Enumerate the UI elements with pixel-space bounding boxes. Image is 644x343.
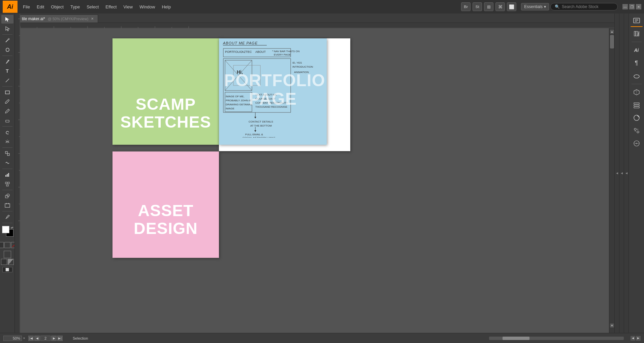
essentials-dropdown[interactable]: Essentials ▾ — [521, 3, 549, 10]
workspace-btn[interactable]: ⊞ — [484, 2, 493, 11]
tab-info: @ 50% (CMYK/Preview) — [48, 17, 89, 21]
svg-text:ID, YES: ID, YES — [292, 61, 302, 64]
close-button[interactable]: ✕ — [636, 4, 641, 9]
proof-mode[interactable] — [8, 259, 14, 265]
first-page-btn[interactable]: |◀ — [28, 336, 34, 341]
panel-collapse-1[interactable]: ◀ — [614, 13, 619, 333]
line-tool[interactable] — [1, 76, 13, 85]
scamp-sketches-label: SCAMPSKETCHES — [112, 96, 219, 131]
device-btn[interactable]: ⬜ — [507, 2, 516, 11]
menu-object[interactable]: Object — [48, 3, 66, 11]
scroll-expand-btn[interactable]: ◀ — [631, 336, 635, 341]
right-panel-group: ◀ ◀ ◀ Ai ¶ — [614, 13, 644, 333]
pencil-tool[interactable] — [1, 107, 13, 115]
warp-tool[interactable] — [1, 159, 13, 167]
svg-rect-90 — [634, 103, 639, 104]
fill-square[interactable] — [0, 242, 4, 248]
eraser-tool[interactable] — [1, 116, 13, 125]
menu-effect[interactable]: Effect — [103, 3, 119, 11]
lasso-tool[interactable] — [1, 45, 13, 54]
hscroll-thumb[interactable] — [503, 337, 529, 340]
tab-close-btn[interactable]: ✕ — [91, 17, 94, 21]
canvas-viewport[interactable]: SCAMPSKETCHES ABOUT ME PAGE — [20, 28, 609, 333]
svg-point-87 — [634, 75, 639, 78]
asset-design-label: ASSETDESIGN — [112, 202, 219, 238]
feather-btn[interactable]: ⌘ — [495, 2, 505, 11]
tile-asset-design[interactable]: ASSETDESIGN — [112, 151, 219, 258]
selection-tool[interactable] — [1, 15, 13, 24]
minimize-button[interactable]: — — [622, 4, 628, 9]
maximize-button[interactable]: ❐ — [629, 4, 635, 9]
more-btn[interactable] — [631, 137, 643, 149]
menu-window[interactable]: Window — [137, 3, 158, 11]
menu-help[interactable]: Help — [159, 3, 173, 11]
stroke-square[interactable] — [4, 242, 10, 248]
foreground-color[interactable] — [2, 226, 9, 233]
panel-collapse-3[interactable]: ◀ — [624, 13, 629, 333]
svg-point-94 — [634, 128, 636, 130]
vertical-scrollbar[interactable]: ▼ ▲ — [609, 28, 614, 333]
reflect-tool[interactable] — [1, 137, 13, 146]
horizontal-scrollbar[interactable] — [489, 337, 624, 340]
symbols-btn[interactable] — [631, 125, 643, 137]
properties-panel-btn[interactable] — [631, 15, 643, 27]
svg-rect-15 — [6, 185, 8, 186]
magic-wand-tool[interactable] — [1, 36, 13, 45]
swatches-btn[interactable] — [631, 112, 643, 124]
panel-collapse-2[interactable]: ◀ — [619, 13, 624, 333]
libraries-panel-btn[interactable] — [631, 28, 643, 40]
svg-text:FULL EMAIL &: FULL EMAIL & — [245, 133, 263, 136]
bridge-btn[interactable]: Br — [461, 2, 471, 11]
none-square[interactable] — [11, 242, 15, 248]
svg-text:AZTEC: AZTEC — [242, 50, 252, 54]
graph-tool[interactable] — [1, 170, 13, 179]
screen-mode[interactable]: ⬜ — [2, 267, 12, 272]
zoom-control[interactable]: 50% ▾ — [3, 336, 25, 341]
page-nav-buttons: |◀ ◀ 2 ▶ ▶| — [28, 336, 63, 341]
menu-select[interactable]: Select — [84, 3, 101, 11]
scroll-down-btn[interactable]: ▼ — [610, 323, 614, 328]
vscroll-thumb[interactable] — [610, 35, 614, 48]
menu-view[interactable]: View — [121, 3, 135, 11]
menu-edit[interactable]: Edit — [34, 3, 47, 11]
menu-file[interactable]: File — [20, 3, 33, 11]
data-merge-tool[interactable] — [1, 180, 13, 188]
menu-type[interactable]: Type — [68, 3, 83, 11]
rectangle-tool[interactable] — [1, 88, 13, 97]
scale-tool[interactable] — [1, 149, 13, 158]
stock-btn[interactable]: St — [473, 2, 482, 11]
svg-line-21 — [6, 218, 7, 219]
oval-btn[interactable] — [631, 70, 643, 82]
last-page-btn[interactable]: ▶| — [57, 336, 63, 341]
zoom-input[interactable]: 50% — [3, 336, 22, 341]
artboard-tool[interactable] — [1, 201, 13, 210]
svg-point-100 — [635, 143, 636, 144]
text-tool[interactable]: T — [1, 67, 13, 75]
pen-tool[interactable] — [1, 57, 13, 66]
page-number-input[interactable]: 2 — [40, 336, 51, 341]
swap-colors[interactable]: ⇄ — [11, 226, 13, 229]
direct-selection-tool[interactable] — [1, 24, 13, 33]
tab-bar: tile maker.ai* @ 50% (CMYK/Preview) ✕ — [15, 13, 614, 23]
paintbrush-tool[interactable] — [1, 97, 13, 106]
tile-portfolio-page[interactable]: ABOUT ME PAGE PORTFOLIO AZTEC ABOUT NAV … — [219, 38, 327, 145]
ai-type-btn[interactable]: Ai — [631, 44, 643, 56]
layers-btn[interactable] — [631, 99, 643, 111]
3d-btn[interactable] — [631, 86, 643, 98]
tile-scamp-sketches[interactable]: SCAMPSKETCHES — [112, 38, 219, 145]
status-bar: 50% ▾ |◀ ◀ 2 ▶ ▶| Selection ◀ ▶ — [0, 333, 644, 343]
shape-builder-tool[interactable] — [1, 192, 13, 200]
scroll-up-btn[interactable]: ▲ — [610, 30, 614, 34]
scroll-right-btn[interactable]: ▶ — [636, 336, 641, 341]
next-page-btn[interactable]: ▶ — [51, 336, 57, 341]
preview-mode[interactable] — [1, 259, 7, 265]
paragraph-btn[interactable]: ¶ — [631, 57, 643, 69]
zoom-dropdown[interactable]: ▾ — [23, 336, 25, 340]
document-tab[interactable]: tile maker.ai* @ 50% (CMYK/Preview) ✕ — [18, 14, 98, 23]
eyedropper-tool[interactable] — [1, 213, 13, 221]
right-panel: Ai ¶ — [629, 13, 644, 333]
normal-mode[interactable] — [4, 251, 11, 258]
rotate-tool[interactable] — [1, 128, 13, 137]
stock-search[interactable]: 🔍 Search Adobe Stock — [550, 3, 618, 10]
prev-page-btn[interactable]: ◀ — [34, 336, 40, 341]
